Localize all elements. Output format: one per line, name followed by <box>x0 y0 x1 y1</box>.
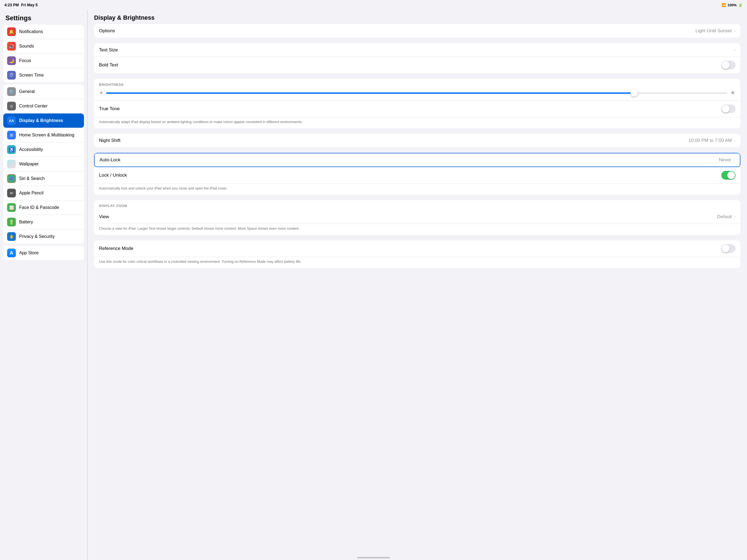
auto-lock-row[interactable]: Auto-Lock Never › <box>94 153 741 167</box>
apple-pencil-label: Apple Pencil <box>19 190 44 196</box>
auto-lock-chevron: › <box>733 157 735 162</box>
app-store-icon: A <box>7 249 16 257</box>
sun-large-icon: ☀ <box>730 90 736 97</box>
true-tone-toggle[interactable] <box>721 104 736 113</box>
sidebar-group-bottom: A App Store <box>3 246 84 260</box>
reference-mode-toggle[interactable] <box>721 244 736 253</box>
brightness-slider-container: ☀ ☀ <box>99 90 736 97</box>
sidebar-item-display-brightness[interactable]: AA Display & Brightness <box>3 113 84 128</box>
bold-text-toggle-thumb <box>722 61 729 69</box>
display-zoom-section-label: DISPLAY ZOOM <box>94 200 741 210</box>
night-shift-label: Night Shift <box>99 138 120 143</box>
siri-icon <box>7 174 16 183</box>
options-label: Options <box>99 28 115 34</box>
brightness-fill <box>106 93 634 94</box>
lock-unlock-toggle-thumb <box>727 172 735 179</box>
face-id-label: Face ID & Passcode <box>19 205 59 210</box>
sounds-icon: 🔊 <box>7 42 16 51</box>
sun-small-icon: ☀ <box>99 90 103 96</box>
text-size-label: Text Size <box>99 47 118 53</box>
true-tone-description: Automatically adapt iPad display based o… <box>94 117 741 128</box>
night-shift-row[interactable]: Night Shift 10:00 PM to 7:00 AM › <box>94 134 741 147</box>
brightness-label: BRIGHTNESS <box>99 82 736 87</box>
text-size-row[interactable]: Text Size › <box>94 43 741 57</box>
bold-text-toggle[interactable] <box>721 61 736 70</box>
accessibility-icon: ♿ <box>7 145 16 154</box>
sidebar-item-notifications[interactable]: 🔔 Notifications <box>3 25 84 39</box>
true-tone-row[interactable]: True Tone <box>94 101 741 117</box>
sidebar-group-top: 🔔 Notifications 🔊 Sounds 🌙 Focus ⏱ Scree… <box>3 25 84 82</box>
app-store-label: App Store <box>19 251 38 255</box>
sidebar-item-accessibility[interactable]: ♿ Accessibility <box>3 143 84 157</box>
settings-group-autolock: Auto-Lock Never › Lock / Unlock Automati… <box>94 153 741 195</box>
general-icon: ⚙️ <box>7 87 16 96</box>
home-screen-icon: ⊞ <box>7 131 16 139</box>
control-center-icon: ⊙ <box>7 102 16 110</box>
battery-icon: 🔋 <box>7 218 16 226</box>
sidebar-item-control-center[interactable]: ⊙ Control Center <box>3 99 84 113</box>
settings-group-brightness: BRIGHTNESS ☀ ☀ True Tone <box>94 79 741 128</box>
sidebar-item-general[interactable]: ⚙️ General <box>3 84 84 99</box>
status-bar: 4:23 PM Fri May 5 📶 100% 🔋 <box>0 0 747 10</box>
sidebar-item-screen-time[interactable]: ⏱ Screen Time <box>3 68 84 82</box>
reference-mode-row[interactable]: Reference Mode <box>94 240 741 257</box>
face-id-icon: ⬜ <box>7 203 16 212</box>
sidebar-item-apple-pencil[interactable]: ✏ Apple Pencil <box>3 186 84 200</box>
privacy-label: Privacy & Security <box>19 234 55 239</box>
display-brightness-icon: AA <box>7 116 16 125</box>
view-chevron: › <box>734 214 736 219</box>
status-bar-left: 4:23 PM Fri May 5 <box>4 3 38 7</box>
wallpaper-icon <box>7 160 16 169</box>
content-area: Options Light Until Sunset › Text Size ›… <box>87 24 747 280</box>
options-chevron: › <box>734 28 736 33</box>
sidebar-item-siri[interactable]: Siri & Search <box>3 172 84 186</box>
main-header: Display & Brightness <box>87 10 747 24</box>
wallpaper-label: Wallpaper <box>19 161 38 167</box>
notifications-icon: 🔔 <box>7 27 16 36</box>
battery-icon: 🔋 <box>738 3 743 7</box>
time-display: 4:23 PM <box>4 3 19 7</box>
brightness-thumb[interactable] <box>630 90 638 97</box>
sidebar-item-focus[interactable]: 🌙 Focus <box>3 54 84 68</box>
app-container: Settings 🔔 Notifications 🔊 Sounds 🌙 Focu… <box>0 0 747 560</box>
control-center-label: Control Center <box>19 104 48 108</box>
options-row[interactable]: Options Light Until Sunset › <box>94 24 741 38</box>
sidebar-item-wallpaper[interactable]: Wallpaper <box>3 157 84 172</box>
sidebar-item-home-screen[interactable]: ⊞ Home Screen & Multitasking <box>3 128 84 143</box>
sidebar-item-battery[interactable]: 🔋 Battery <box>3 215 84 229</box>
main-title: Display & Brightness <box>94 14 154 21</box>
sidebar-item-sounds[interactable]: 🔊 Sounds <box>3 39 84 54</box>
sounds-label: Sounds <box>19 44 34 49</box>
apple-pencil-icon: ✏ <box>7 189 16 198</box>
sidebar-item-app-store[interactable]: A App Store <box>3 246 84 260</box>
lock-unlock-description: Automatically lock and unlock your iPad … <box>94 184 741 195</box>
auto-lock-label: Auto-Lock <box>100 157 121 163</box>
brightness-track[interactable] <box>106 93 727 94</box>
night-shift-chevron: › <box>734 138 736 143</box>
general-label: General <box>19 89 35 94</box>
notifications-label: Notifications <box>19 29 43 34</box>
true-tone-label: True Tone <box>99 106 120 111</box>
battery-label: Battery <box>19 220 33 225</box>
sidebar-group-middle: ⚙️ General ⊙ Control Center AA Display &… <box>3 84 84 244</box>
settings-group-reference-mode: Reference Mode Use this mode for color c… <box>94 240 741 268</box>
brightness-slider-row: BRIGHTNESS ☀ ☀ <box>94 79 741 101</box>
lock-unlock-row[interactable]: Lock / Unlock <box>94 167 741 184</box>
sidebar-item-face-id[interactable]: ⬜ Face ID & Passcode <box>3 200 84 215</box>
sidebar-title: Settings <box>0 10 87 25</box>
bold-text-label: Bold Text <box>99 62 118 68</box>
screen-time-label: Screen Time <box>19 73 44 78</box>
bold-text-row[interactable]: Bold Text <box>94 57 741 73</box>
sidebar-item-privacy[interactable]: ✋ Privacy & Security <box>3 229 84 244</box>
status-bar-right: 📶 100% 🔋 <box>722 3 743 7</box>
view-row[interactable]: View Default › <box>94 210 741 224</box>
lock-unlock-toggle[interactable] <box>721 171 736 180</box>
home-screen-label: Home Screen & Multitasking <box>19 133 74 137</box>
focus-label: Focus <box>19 58 31 63</box>
auto-lock-value: Never › <box>719 157 735 163</box>
wifi-icon: 📶 <box>722 3 726 7</box>
focus-icon: 🌙 <box>7 56 16 65</box>
settings-group-display-zoom: DISPLAY ZOOM View Default › Choose a vie… <box>94 200 741 235</box>
home-indicator <box>357 557 390 558</box>
siri-label: Siri & Search <box>19 176 45 181</box>
